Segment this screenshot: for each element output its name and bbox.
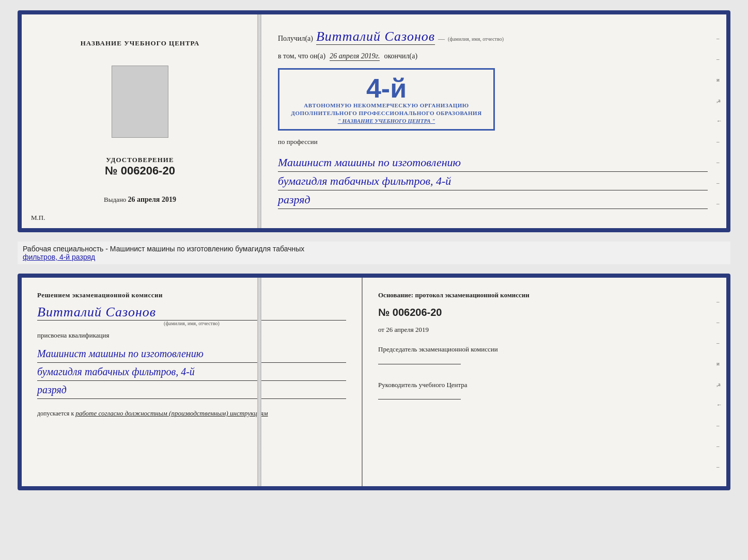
vtom-date: 26 апреля 2019г. — [330, 52, 380, 61]
cert-number-top: № 006206-20 — [105, 164, 175, 178]
spec-static: Рабочая специальность - Машинист машины … — [23, 245, 304, 253]
ot-prefix: от — [378, 326, 384, 333]
predsedatel-block: Председатель экзаменационной комиссии — [378, 344, 711, 364]
bottom-profession-block: Машинист машины по изготовлению бумагидл… — [37, 345, 346, 399]
vydano-label: Выдано — [104, 196, 126, 203]
dopuskaetsya-prefix: допускается к — [37, 410, 74, 417]
right-side-marks2: – – – и ,а ← – – – – — [716, 298, 722, 490]
po-professii-label: по профессии — [278, 138, 708, 146]
recipient-name: Витталий Сазонов — [316, 29, 435, 45]
rukovoditel-title: Руководитель учебного Центра — [378, 380, 711, 390]
fio-label-top: (фамилия, имя, отчество) — [448, 36, 504, 42]
spec-text-line1: Рабочая специальность - Машинист машины … — [23, 245, 725, 253]
profession-block: Машинист машины по изготовлению бумагидл… — [278, 153, 708, 210]
vydano-date: 26 апреля 2019 — [128, 196, 176, 203]
dopuskaetsya-block: допускается к работе согласно должностны… — [37, 409, 346, 418]
bottom-left-panel: Решением экзаменационной комиссии Виттал… — [22, 278, 363, 486]
ot-date-val: 26 апреля 2019 — [386, 326, 429, 333]
stamp-name: " НАЗВАНИЕ УЧЕБНОГО ЦЕНТРА " — [288, 118, 485, 124]
protocol-number: № 006206-20 — [378, 307, 711, 318]
mp-label: М.П. — [31, 214, 45, 222]
center-name-top: НАЗВАНИЕ УЧЕБНОГО ЦЕНТРА — [81, 39, 200, 47]
certificate-top: НАЗВАНИЕ УЧЕБНОГО ЦЕНТРА УДОСТОВЕРЕНИЕ №… — [18, 10, 730, 232]
vtom-prefix: в том, что он(а) — [278, 52, 325, 60]
stamp-line2: ДОПОЛНИТЕЛЬНОГО ПРОФЕССИОНАЛЬНОГО ОБРАЗО… — [288, 109, 485, 117]
vtom-row: в том, что он(а) 26 апреля 2019г. окончи… — [278, 52, 708, 61]
prisvoena-label: присвоена квалификация — [37, 331, 346, 340]
predsedatel-line — [378, 364, 461, 364]
cert-left-panel: НАЗВАНИЕ УЧЕБНОГО ЦЕНТРА УДОСТОВЕРЕНИЕ №… — [22, 14, 259, 228]
stamp-big-number: 4-й — [288, 75, 485, 102]
bottom-prof-line1: Машинист машины по изготовлению — [37, 345, 346, 363]
stamp-block: 4-й АВТОНОМНУЮ НЕКОММЕРЧЕСКУЮ ОРГАНИЗАЦИ… — [278, 68, 495, 131]
resheniem-title: Решением экзаменационной комиссии — [37, 291, 346, 299]
udostoverenie-label: УДОСТОВЕРЕНИЕ — [105, 156, 175, 164]
fio-label-bottom: (фамилия, имя, отчество) — [37, 321, 346, 326]
right-side-marks: – – и ,а ← – – – – — [716, 35, 722, 206]
bottom-name-block: Витталий Сазонов (фамилия, имя, отчество… — [37, 305, 346, 326]
rukovoditel-line — [378, 399, 461, 399]
profession-line2: бумагидля табачных фильтров, 4-й — [278, 172, 708, 190]
stamp-line1: АВТОНОМНУЮ НЕКОММЕРЧЕСКУЮ ОРГАНИЗАЦИЮ — [288, 102, 485, 109]
profession-line1: Машинист машины по изготовлению — [278, 153, 708, 172]
bottom-right-panel: Основание: протокол экзаменационной коми… — [363, 278, 726, 486]
bottom-prof-line2: бумагидля табачных фильтров, 4-й — [37, 363, 346, 381]
okonchil-label: окончил(а) — [384, 52, 417, 60]
photo-placeholder — [112, 66, 168, 138]
rukovoditel-block: Руководитель учебного Центра — [378, 380, 711, 400]
spec-underline: фильтров, 4-й разряд — [23, 253, 95, 261]
poluchil-prefix: Получил(а) — [278, 35, 313, 43]
bottom-recipient-name: Витталий Сазонов — [37, 305, 346, 321]
cert-right-panel: Получил(а) Витталий Сазонов — (фамилия, … — [259, 14, 726, 228]
ot-date-block: от 26 апреля 2019 — [378, 326, 711, 334]
dopuskaetsya-val: работе согласно должностным (производств… — [75, 409, 268, 417]
spec-text-line2: фильтров, 4-й разряд — [23, 253, 725, 261]
bottom-prof-line3: разряд — [37, 381, 346, 399]
osnovanie-text: Основание: протокол экзаменационной коми… — [378, 291, 711, 299]
predsedatel-title: Председатель экзаменационной комиссии — [378, 344, 711, 355]
udostoverenie-block: УДОСТОВЕРЕНИЕ № 006206-20 — [105, 156, 175, 178]
specialty-label-row: Рабочая специальность - Машинист машины … — [18, 242, 730, 264]
certificate-bottom: Решением экзаменационной комиссии Виттал… — [18, 274, 730, 490]
poluchil-row: Получил(а) Витталий Сазонов — (фамилия, … — [278, 29, 708, 45]
profession-line3: разряд — [278, 190, 708, 209]
vydano-block: Выдано 26 апреля 2019 — [104, 196, 176, 204]
